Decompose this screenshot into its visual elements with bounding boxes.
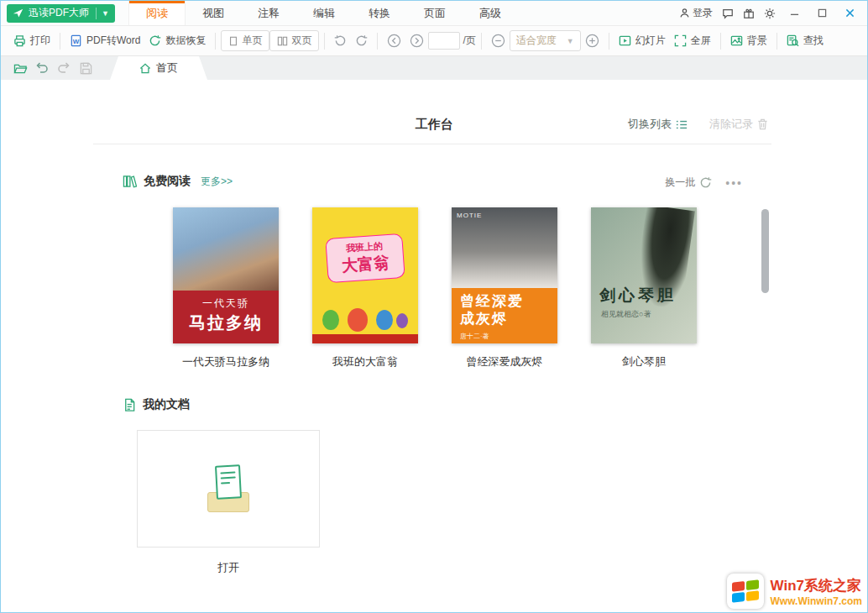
book-grid: 一代天骄 马拉多纳 一代天骄马拉多纳 我班上的 大富翁: [173, 207, 697, 369]
change-batch-button[interactable]: 换一批: [665, 176, 712, 190]
page-number-input[interactable]: [428, 32, 460, 50]
win7-flag-logo: [727, 574, 764, 609]
toolbar-divider: [215, 33, 216, 50]
bookshelf-icon: [123, 175, 137, 188]
cover-title-band: 曾经深爱 成灰烬 唐十二·著: [452, 288, 557, 343]
next-page-button[interactable]: [405, 34, 428, 48]
zoom-out-button[interactable]: [487, 34, 510, 48]
menu-tab-advanced[interactable]: 高级: [463, 1, 518, 25]
menu-tab-view[interactable]: 视图: [186, 1, 241, 25]
book-cover-ashes[interactable]: MOTIE 曾经深爱 成灰烬 唐十二·著: [452, 207, 557, 343]
document-icon: [123, 398, 136, 412]
open-folder-icon[interactable]: [9, 62, 31, 75]
book-cover-tycoon[interactable]: 我班上的 大富翁: [312, 207, 418, 343]
book-item: 我班上的 大富翁 我班的大富翁: [312, 207, 418, 369]
app-logo-button[interactable]: 迅读PDF大师 ▼: [7, 4, 115, 23]
titlebar: 迅读PDF大师 ▼ 阅读 视图 注释 编辑 转换 页面 高级 登录: [1, 1, 867, 26]
trash-icon: [757, 118, 768, 130]
section-divider: [93, 144, 771, 144]
app-title: 迅读PDF大师: [29, 6, 89, 20]
toolbar-divider: [481, 33, 482, 50]
rotate-right-icon[interactable]: [351, 34, 372, 47]
background-image-icon: [730, 34, 743, 47]
clear-records-button[interactable]: 清除记录: [709, 117, 768, 132]
book-title: 我班的大富翁: [312, 354, 418, 369]
prev-page-button[interactable]: [383, 34, 405, 48]
single-page-icon: [228, 36, 238, 46]
undo-icon[interactable]: [31, 62, 53, 74]
menu-tab-convert[interactable]: 转换: [352, 1, 407, 25]
menu-tab-edit[interactable]: 编辑: [296, 1, 352, 25]
menu-tab-annotate[interactable]: 注释: [241, 1, 296, 25]
toolbar-divider: [60, 33, 60, 50]
home-icon: [139, 63, 151, 74]
gift-icon[interactable]: [743, 8, 755, 19]
book-item: 剑心琴胆 相见就相恋○著 剑心琴胆: [591, 207, 697, 369]
toolbar-divider: [324, 33, 325, 50]
settings-gear-icon[interactable]: [764, 8, 776, 19]
slideshow-button[interactable]: 幻灯片: [614, 34, 670, 48]
printer-icon: [13, 34, 26, 47]
book-title: 曾经深爱成灰烬: [452, 354, 557, 369]
book-cover-maradona[interactable]: 一代天骄 马拉多纳: [173, 207, 279, 343]
word-doc-icon: W: [70, 34, 82, 47]
close-button[interactable]: [840, 5, 859, 22]
free-reading-controls: 换一批 •••: [665, 176, 743, 190]
svg-text:W: W: [73, 38, 80, 45]
cover-title-band: 一代天骄 马拉多纳: [173, 291, 279, 343]
document-tabbar: 首页: [1, 56, 867, 80]
message-icon[interactable]: [722, 8, 734, 19]
chevron-down-icon[interactable]: ▼: [102, 9, 109, 18]
open-document-icon: [202, 465, 254, 512]
my-documents-title: 我的文档: [143, 397, 190, 412]
more-link[interactable]: 更多>>: [201, 175, 233, 189]
redo-icon[interactable]: [53, 62, 75, 74]
watermark-site-url: Www.Winwin7.com: [771, 595, 862, 607]
search-icon: [787, 34, 799, 47]
chevron-down-icon: ▼: [567, 37, 574, 45]
book-cover-sword[interactable]: 剑心琴胆 相见就相恋○著: [591, 207, 697, 343]
person-icon: [679, 8, 690, 18]
login-button[interactable]: 登录: [679, 6, 713, 20]
refresh-icon: [699, 176, 712, 189]
watermark: Win7系统之家 Www.Winwin7.com: [727, 574, 862, 609]
maximize-button[interactable]: [813, 5, 831, 22]
find-button[interactable]: 查找: [782, 34, 828, 48]
double-page-icon: [277, 36, 288, 46]
toolbar: 打印 W PDF转Word 数据恢复 单页 双页: [1, 26, 867, 56]
toolbar-divider: [377, 33, 378, 50]
scrollbar-thumb[interactable]: [761, 209, 769, 293]
logo-divider: [96, 8, 97, 19]
switch-list-button[interactable]: 切换列表: [628, 117, 688, 132]
free-reading-title: 免费阅读: [144, 174, 191, 189]
background-button[interactable]: 背景: [726, 34, 771, 48]
single-page-button[interactable]: 单页: [221, 30, 269, 51]
cover-bottom-strip: [312, 334, 418, 343]
titlebar-right: 登录: [679, 5, 867, 22]
menu-tab-read[interactable]: 阅读: [128, 1, 186, 25]
more-options-dots[interactable]: •••: [725, 176, 743, 190]
book-item: MOTIE 曾经深爱 成灰烬 唐十二·著 曾经深爱成灰烬: [452, 207, 557, 369]
save-icon[interactable]: [75, 62, 97, 75]
fullscreen-button[interactable]: 全屏: [670, 34, 715, 48]
minimize-button[interactable]: [785, 5, 803, 22]
free-reading-header: 免费阅读 更多>>: [123, 174, 233, 189]
book-title: 一代天骄马拉多纳: [173, 354, 279, 369]
print-button[interactable]: 打印: [9, 34, 55, 48]
open-document-card[interactable]: [137, 430, 320, 548]
workbench-content: 工作台 切换列表 清除记录 免费阅读 更多>>: [1, 80, 867, 613]
toolbar-divider: [776, 33, 777, 50]
zoom-in-button[interactable]: [581, 34, 604, 48]
rotate-left-icon[interactable]: [330, 34, 351, 47]
open-label: 打开: [137, 560, 320, 575]
zoom-mode-select[interactable]: 适合宽度 ▼: [510, 30, 581, 51]
slideshow-icon: [619, 34, 631, 47]
paper-plane-icon: [13, 8, 24, 18]
tab-home[interactable]: 首页: [110, 56, 207, 80]
page-suffix-label: /页: [463, 34, 475, 48]
double-page-button[interactable]: 双页: [269, 30, 319, 51]
book-title: 剑心琴胆: [591, 354, 697, 369]
menu-tab-page[interactable]: 页面: [407, 1, 463, 25]
data-recovery-button[interactable]: 数据恢复: [144, 34, 210, 48]
pdf-to-word-button[interactable]: W PDF转Word: [65, 34, 144, 48]
